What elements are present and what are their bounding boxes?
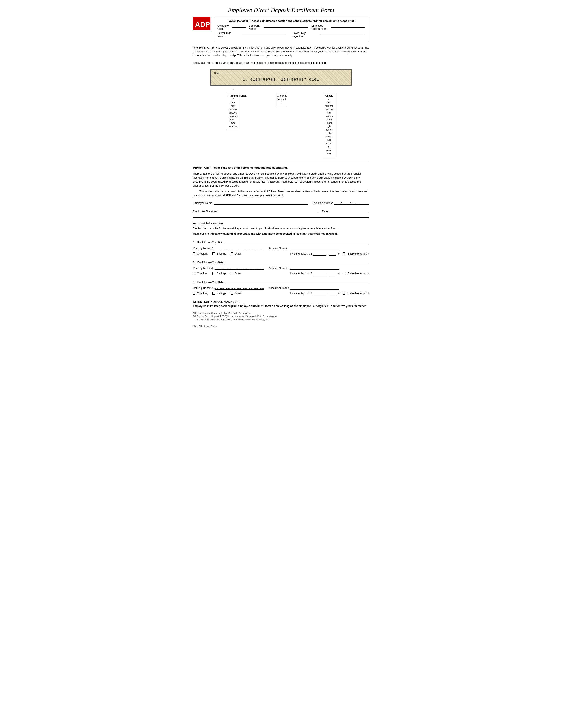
account3-checking-checkbox[interactable] [193,292,196,295]
employee-sig-input[interactable] [219,209,317,213]
account1-other-checkbox[interactable] [231,252,233,255]
account2-other-label: Other [235,272,241,275]
account1-number: 1. [193,241,195,244]
account1-deposit-dollars[interactable] [313,252,326,256]
account2-routing-input[interactable]: __ __ __ __ __ __ __ __ __ [215,266,264,270]
account2-bank-input[interactable] [225,260,369,264]
account1-acct-input[interactable] [290,246,339,250]
intro-paragraph1: To enroll in Full Service Direct Deposit… [193,46,369,58]
account1-routing-label: Routing Transit #: [193,247,214,250]
account1-entire-label: Entire Net Amount [348,252,369,255]
footer-line1: ADP is a registered trademark of ADP of … [193,311,369,315]
checking-account-label-box: Checking Account # [275,92,287,106]
header-fields-row2: Payroll Mgr. Name: Payroll Mgr. Signatur… [217,32,366,38]
account3-entire-label: Entire Net Amount [348,292,369,295]
account1-bank-row: 1. Bank Name/City/State: [193,240,369,244]
account1-checking-checkbox[interactable] [193,252,196,255]
account3-deposit-dollars[interactable] [313,291,326,295]
employee-name-field-group: Employee Name: [193,201,308,205]
employee-file-label: Employee File Number: [311,24,328,30]
employee-sig-field-group: Employee Signature: [193,209,317,213]
important-section: IMPORTANT! Please read and sign before c… [193,166,369,197]
account1-or-label: or [338,252,340,255]
payroll-mgr-field[interactable] [241,35,285,35]
account3-entire-checkbox[interactable] [343,292,345,295]
account2-other-checkbox[interactable] [231,272,233,275]
company-name-field[interactable] [264,27,308,28]
account2-deposit-cents[interactable] [329,271,336,275]
account2-entire-label: Entire Net Amount [348,272,369,275]
account2-bank-label: Bank Name/City/State: [198,261,224,264]
account2-acct-group: Account Number: [269,266,339,270]
account3-deposit-label: I wish to deposit: $ [290,292,312,295]
account3-bank-row: 3. Bank Name/City/State: [193,280,369,284]
account3-acct-input[interactable] [290,286,339,290]
employee-name-label: Employee Name: [193,202,213,205]
account3-other-checkbox[interactable] [231,292,233,295]
payroll-sig-field[interactable] [320,35,364,35]
employee-name-input[interactable] [214,201,308,205]
account1-bank-label: Bank Name/City/State: [198,241,224,244]
account1-type-row: Checking Savings Other I wish to deposit… [193,252,369,256]
account3-acct-label: Account Number: [269,286,289,290]
account1-entire-checkbox[interactable] [343,252,345,255]
check-image: Memo___________________________________ … [211,69,351,86]
account2-routing-label: Routing Transit #: [193,267,214,270]
attention-box: ATTENTION PAYROLL MANAGER: Employers mus… [193,300,369,308]
payroll-notice: Payroll Manager – Please complete this s… [217,19,366,22]
account2-acct-input[interactable] [290,266,339,270]
account2-bank-row: 2. Bank Name/City/State: [193,260,369,264]
account-section-title: Account Information [193,221,369,225]
account2-number: 2. [193,261,195,264]
attention-body: Employers must keep each original employ… [193,304,369,308]
check-num-label-box: Check # (this number matches the number … [323,92,335,157]
attention-title: ATTENTION PAYROLL MANAGER: [193,300,369,304]
header-box: Payroll Manager – Please complete this s… [214,17,369,41]
ssn-label: Social Security #: [312,202,333,205]
account3-savings-label: Savings [217,292,226,295]
account1-routing-input[interactable]: __ __ __ __ __ __ __ __ __ [215,246,264,250]
account2-checking-label: Checking [197,272,208,275]
company-name-label: Company Name: [249,24,261,30]
account3-routing-row: Routing Transit #: __ __ __ __ __ __ __ … [193,286,369,290]
account1-bank-input[interactable] [225,240,369,244]
account3-savings-checkbox[interactable] [213,292,215,295]
account1-deposit-cents[interactable] [329,252,336,256]
account-info-desc: The last item must be for the remaining … [193,227,369,230]
ssn-format: __ __ - __ __ - __ __ __ __ [334,201,369,205]
memo-line: Memo___________________________________ [214,72,348,75]
account1-routing-row: Routing Transit #: __ __ __ __ __ __ __ … [193,246,369,250]
account-block-3: 3. Bank Name/City/State: Routing Transit… [193,280,369,295]
account3-bank-label: Bank Name/City/State: [198,281,224,284]
date-input[interactable] [329,209,369,213]
account2-routing-group: Routing Transit #: __ __ __ __ __ __ __ … [193,266,264,270]
account2-savings-label: Savings [217,272,226,275]
account1-savings-checkbox[interactable] [213,252,215,255]
account3-deposit-cents[interactable] [329,291,336,295]
date-label: Date: [322,210,328,213]
micr-line: 1: 0123456781: 123456789" 0101 [214,77,348,83]
important-body2: This authorization is to remain in full … [193,189,369,197]
footer-made-by: Made Fillable by eForms [193,325,369,328]
company-code-field[interactable] [232,27,246,28]
important-heading: IMPORTANT! Please read and sign before c… [193,166,369,170]
employee-file-field[interactable] [331,27,364,28]
account2-deposit-dollars[interactable] [313,271,326,275]
account3-routing-input[interactable]: __ __ __ __ __ __ __ __ __ [215,286,264,290]
account3-type-row: Checking Savings Other I wish to deposit… [193,291,369,295]
account3-bank-input[interactable] [225,280,369,284]
account-info-bold: Make sure to indicate what kind of accou… [193,232,369,236]
account2-entire-checkbox[interactable] [343,272,345,275]
header-section: ADP Payroll Manager – Please complete th… [193,17,369,41]
divider1 [193,162,369,162]
payroll-mgr-label: Payroll Mgr. Name: [217,32,238,38]
account3-checking-label: Checking [197,292,208,295]
company-code-label: Company Code: [217,24,229,30]
account3-other-label: Other [235,292,241,295]
account2-acct-label: Account Number: [269,267,289,270]
adp-logo: ADP [193,17,211,30]
account2-savings-checkbox[interactable] [213,272,215,275]
divider2 [193,217,369,218]
account1-acct-label: Account Number: [269,247,289,250]
account2-checking-checkbox[interactable] [193,272,196,275]
